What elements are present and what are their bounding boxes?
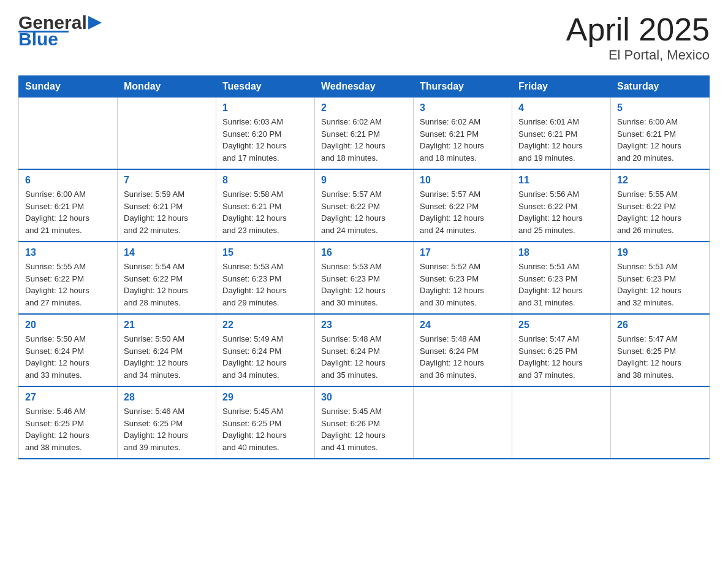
calendar-cell [512, 386, 611, 459]
calendar-cell: 26Sunrise: 5:47 AM Sunset: 6:25 PM Dayli… [611, 314, 710, 386]
day-number: 3 [420, 102, 506, 113]
day-number: 12 [617, 175, 703, 186]
day-number: 10 [420, 175, 506, 186]
calendar-cell: 6Sunrise: 6:00 AM Sunset: 6:21 PM Daylig… [19, 169, 118, 242]
day-info: Sunrise: 5:47 AM Sunset: 6:25 PM Dayligh… [518, 333, 604, 381]
day-number: 20 [25, 320, 111, 331]
calendar-cell [19, 98, 118, 170]
header-saturday: Saturday [611, 76, 710, 98]
day-info: Sunrise: 5:53 AM Sunset: 6:23 PM Dayligh… [222, 261, 308, 308]
day-number: 26 [617, 320, 703, 331]
day-number: 6 [25, 175, 111, 186]
day-info: Sunrise: 5:52 AM Sunset: 6:23 PM Dayligh… [420, 261, 506, 308]
day-number: 9 [321, 175, 407, 186]
calendar-cell: 4Sunrise: 6:01 AM Sunset: 6:21 PM Daylig… [512, 98, 611, 170]
day-info: Sunrise: 5:55 AM Sunset: 6:22 PM Dayligh… [25, 261, 111, 308]
day-number: 23 [321, 320, 407, 331]
header-wednesday: Wednesday [315, 76, 414, 98]
header-tuesday: Tuesday [216, 76, 315, 98]
day-info: Sunrise: 6:03 AM Sunset: 6:20 PM Dayligh… [222, 116, 308, 164]
calendar-cell [414, 386, 512, 459]
day-info: Sunrise: 6:00 AM Sunset: 6:21 PM Dayligh… [25, 188, 111, 236]
day-info: Sunrise: 6:02 AM Sunset: 6:21 PM Dayligh… [420, 116, 506, 164]
calendar-table: Sunday Monday Tuesday Wednesday Thursday… [18, 75, 710, 459]
day-info: Sunrise: 6:01 AM Sunset: 6:21 PM Dayligh… [518, 116, 604, 164]
day-info: Sunrise: 6:02 AM Sunset: 6:21 PM Dayligh… [321, 116, 407, 164]
calendar-cell: 18Sunrise: 5:51 AM Sunset: 6:23 PM Dayli… [512, 242, 611, 314]
calendar-week-3: 13Sunrise: 5:55 AM Sunset: 6:22 PM Dayli… [19, 242, 710, 314]
day-number: 18 [518, 247, 604, 258]
calendar-cell: 16Sunrise: 5:53 AM Sunset: 6:23 PM Dayli… [315, 242, 414, 314]
header-sunday: Sunday [19, 76, 118, 98]
calendar-cell: 27Sunrise: 5:46 AM Sunset: 6:25 PM Dayli… [19, 386, 118, 459]
day-number: 27 [25, 392, 111, 403]
day-number: 2 [321, 102, 407, 113]
calendar-cell: 28Sunrise: 5:46 AM Sunset: 6:25 PM Dayli… [118, 386, 216, 459]
day-info: Sunrise: 5:55 AM Sunset: 6:22 PM Dayligh… [617, 188, 703, 236]
day-number: 15 [222, 247, 308, 258]
calendar-subtitle: El Portal, Mexico [566, 47, 710, 63]
day-info: Sunrise: 5:46 AM Sunset: 6:25 PM Dayligh… [124, 405, 210, 453]
day-number: 29 [222, 392, 308, 403]
day-number: 1 [222, 102, 308, 113]
day-info: Sunrise: 5:46 AM Sunset: 6:25 PM Dayligh… [25, 405, 111, 453]
day-info: Sunrise: 5:53 AM Sunset: 6:23 PM Dayligh… [321, 261, 407, 308]
day-number: 5 [617, 102, 703, 113]
calendar-cell: 10Sunrise: 5:57 AM Sunset: 6:22 PM Dayli… [414, 169, 512, 242]
calendar-title: April 2025 [566, 12, 710, 47]
day-info: Sunrise: 5:49 AM Sunset: 6:24 PM Dayligh… [222, 333, 308, 381]
calendar-cell: 30Sunrise: 5:45 AM Sunset: 6:26 PM Dayli… [315, 386, 414, 459]
calendar-cell: 1Sunrise: 6:03 AM Sunset: 6:20 PM Daylig… [216, 98, 315, 170]
logo-arrow-icon [88, 16, 102, 29]
header-friday: Friday [512, 76, 611, 98]
calendar-cell: 15Sunrise: 5:53 AM Sunset: 6:23 PM Dayli… [216, 242, 315, 314]
day-number: 30 [321, 392, 407, 403]
calendar-cell: 13Sunrise: 5:55 AM Sunset: 6:22 PM Dayli… [19, 242, 118, 314]
day-info: Sunrise: 5:45 AM Sunset: 6:26 PM Dayligh… [321, 405, 407, 453]
calendar-cell: 14Sunrise: 5:54 AM Sunset: 6:22 PM Dayli… [118, 242, 216, 314]
calendar-cell: 8Sunrise: 5:58 AM Sunset: 6:21 PM Daylig… [216, 169, 315, 242]
calendar-cell: 29Sunrise: 5:45 AM Sunset: 6:25 PM Dayli… [216, 386, 315, 459]
day-number: 8 [222, 175, 308, 186]
calendar-cell: 11Sunrise: 5:56 AM Sunset: 6:22 PM Dayli… [512, 169, 611, 242]
calendar-cell [611, 386, 710, 459]
day-number: 22 [222, 320, 308, 331]
calendar-cell: 21Sunrise: 5:50 AM Sunset: 6:24 PM Dayli… [118, 314, 216, 386]
calendar-week-2: 6Sunrise: 6:00 AM Sunset: 6:21 PM Daylig… [19, 169, 710, 242]
calendar-cell: 12Sunrise: 5:55 AM Sunset: 6:22 PM Dayli… [611, 169, 710, 242]
day-number: 25 [518, 320, 604, 331]
day-info: Sunrise: 5:58 AM Sunset: 6:21 PM Dayligh… [222, 188, 308, 236]
day-number: 28 [124, 392, 210, 403]
day-number: 24 [420, 320, 506, 331]
logo-blue-text: Blue [18, 29, 58, 50]
day-number: 19 [617, 247, 703, 258]
day-number: 11 [518, 175, 604, 186]
day-info: Sunrise: 5:48 AM Sunset: 6:24 PM Dayligh… [321, 333, 407, 381]
day-info: Sunrise: 5:50 AM Sunset: 6:24 PM Dayligh… [25, 333, 111, 381]
day-number: 17 [420, 247, 506, 258]
calendar-cell: 2Sunrise: 6:02 AM Sunset: 6:21 PM Daylig… [315, 98, 414, 170]
calendar-cell: 7Sunrise: 5:59 AM Sunset: 6:21 PM Daylig… [118, 169, 216, 242]
calendar-cell: 24Sunrise: 5:48 AM Sunset: 6:24 PM Dayli… [414, 314, 512, 386]
day-number: 7 [124, 175, 210, 186]
calendar-cell: 22Sunrise: 5:49 AM Sunset: 6:24 PM Dayli… [216, 314, 315, 386]
calendar-cell: 5Sunrise: 6:00 AM Sunset: 6:21 PM Daylig… [611, 98, 710, 170]
calendar-week-1: 1Sunrise: 6:03 AM Sunset: 6:20 PM Daylig… [19, 98, 710, 170]
calendar-cell: 19Sunrise: 5:51 AM Sunset: 6:23 PM Dayli… [611, 242, 710, 314]
calendar-cell: 20Sunrise: 5:50 AM Sunset: 6:24 PM Dayli… [19, 314, 118, 386]
calendar-cell: 17Sunrise: 5:52 AM Sunset: 6:23 PM Dayli… [414, 242, 512, 314]
header-monday: Monday [118, 76, 216, 98]
calendar-cell: 23Sunrise: 5:48 AM Sunset: 6:24 PM Dayli… [315, 314, 414, 386]
day-info: Sunrise: 5:48 AM Sunset: 6:24 PM Dayligh… [420, 333, 506, 381]
day-info: Sunrise: 5:51 AM Sunset: 6:23 PM Dayligh… [518, 261, 604, 308]
title-block: April 2025 El Portal, Mexico [566, 12, 710, 63]
calendar-week-4: 20Sunrise: 5:50 AM Sunset: 6:24 PM Dayli… [19, 314, 710, 386]
day-number: 13 [25, 247, 111, 258]
calendar-week-5: 27Sunrise: 5:46 AM Sunset: 6:25 PM Dayli… [19, 386, 710, 459]
day-info: Sunrise: 5:47 AM Sunset: 6:25 PM Dayligh… [617, 333, 703, 381]
svg-marker-0 [88, 16, 102, 29]
day-info: Sunrise: 5:59 AM Sunset: 6:21 PM Dayligh… [124, 188, 210, 236]
calendar-header-row: Sunday Monday Tuesday Wednesday Thursday… [19, 76, 710, 98]
calendar-cell [118, 98, 216, 170]
calendar-cell: 25Sunrise: 5:47 AM Sunset: 6:25 PM Dayli… [512, 314, 611, 386]
